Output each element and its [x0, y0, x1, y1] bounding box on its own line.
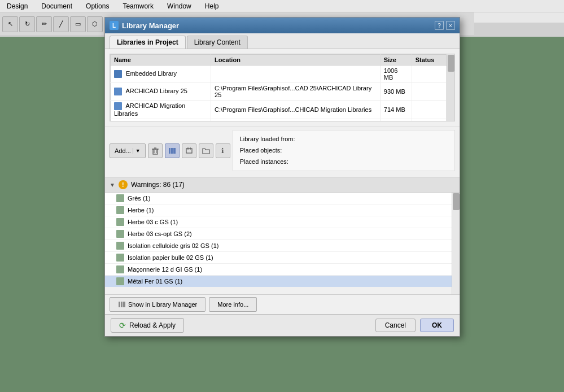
- warn-item-icon: [116, 277, 124, 285]
- tab-libraries-in-project[interactable]: Libraries in Project: [110, 36, 186, 49]
- tool-rect[interactable]: ▭: [70, 16, 86, 32]
- table-row[interactable]: ARCHICAD Migration Libraries C:\Program …: [111, 101, 447, 119]
- svg-rect-7: [173, 148, 176, 154]
- footer-right-buttons: Cancel OK: [375, 319, 454, 332]
- lib-status: [412, 83, 446, 101]
- warn-item-text: Isolation celluloide gris 02 GS (1): [128, 242, 218, 249]
- menu-design[interactable]: Design: [5, 1, 30, 11]
- reload-apply-button[interactable]: ⟳ Reload & Apply: [111, 318, 184, 333]
- dialog-title-text: Library Manager: [122, 21, 179, 30]
- svg-rect-0: [153, 149, 158, 154]
- list-item[interactable]: Grès (1): [105, 193, 460, 204]
- tool-pen[interactable]: ✏: [36, 16, 52, 32]
- tabs-bar: Libraries in Project Library Content: [105, 33, 460, 49]
- lib-status: [412, 66, 446, 83]
- cancel-button[interactable]: Cancel: [375, 319, 416, 332]
- warning-icon: !: [119, 180, 128, 189]
- lib-size: 1006 MB: [380, 66, 412, 83]
- dialog-close-button[interactable]: ×: [446, 21, 455, 30]
- menu-window[interactable]: Window: [165, 1, 194, 11]
- warnings-list: Grès (1) Herbe (1) Herbe 03 c GS (1) Her…: [105, 193, 460, 294]
- lib-location: [211, 66, 381, 83]
- list-item[interactable]: Isolation papier bulle 02 GS (1): [105, 252, 460, 264]
- menu-teamwork[interactable]: Teamwork: [120, 1, 156, 11]
- libraries-table: Name Location Size Status Embedded Libra…: [110, 54, 447, 121]
- library-loaded-from-label: Library loaded from:: [240, 134, 448, 145]
- tool-rotate[interactable]: ↻: [19, 16, 35, 32]
- more-info-button[interactable]: More info...: [209, 297, 257, 312]
- svg-rect-8: [186, 149, 192, 153]
- scrollbar-thumb[interactable]: [448, 55, 454, 72]
- list-item[interactable]: Herbe 03 c GS (1): [105, 216, 460, 228]
- lib-help-button[interactable]: ℹ: [216, 143, 230, 158]
- library-icon: [168, 147, 176, 155]
- lib-name: Embedded Library: [111, 66, 211, 83]
- delete-library-button[interactable]: [148, 143, 163, 158]
- reload-apply-label: Reload & Apply: [129, 321, 176, 329]
- warning-actions: Show in Library Manager More info...: [105, 294, 460, 314]
- tool-line[interactable]: ╱: [53, 16, 69, 32]
- warn-item-text: Herbe 03 cs-opt GS (2): [128, 230, 192, 237]
- reload-icon: ⟳: [119, 321, 126, 330]
- warn-item-icon: [116, 242, 124, 250]
- lib-status: [412, 101, 446, 119]
- lib-icon: [114, 70, 122, 78]
- help-icon: ℹ: [221, 147, 224, 155]
- tool-shape[interactable]: ⬡: [87, 16, 103, 32]
- lib-info-button-1[interactable]: [165, 143, 180, 158]
- tab-library-content[interactable]: Library Content: [187, 36, 248, 49]
- warnings-scrollbar[interactable]: [452, 193, 460, 294]
- lib-location: C:\Program Files\GRAPHISOF...9\Bibliothè…: [211, 119, 381, 121]
- lib-info-button-3[interactable]: [199, 143, 213, 158]
- warnings-scrollbar-thumb[interactable]: [453, 193, 460, 210]
- libraries-table-container: Name Location Size Status Embedded Libra…: [110, 54, 455, 121]
- lib-location: C:\Program Files\Graphisof...CAD 25\ARCH…: [211, 83, 381, 101]
- menu-options[interactable]: Options: [84, 1, 111, 11]
- table-scrollbar[interactable]: [447, 54, 454, 121]
- warn-item-icon: [116, 254, 124, 262]
- dialog-body: Libraries in Project Library Content Nam…: [105, 33, 460, 336]
- list-item[interactable]: Isolation celluloide gris 02 GS (1): [105, 240, 460, 252]
- warnings-header[interactable]: ▼ ! Warnings: 86 (17): [105, 177, 460, 193]
- warnings-label: Warnings: 86 (17): [131, 181, 185, 189]
- table-row[interactable]: Bibliothèque ArchiCAD 19 C:\Program File…: [111, 119, 447, 121]
- dialog-help-button[interactable]: ?: [435, 21, 444, 30]
- lib-info-button-2[interactable]: [182, 143, 196, 158]
- lib-status: (Missing): [412, 119, 446, 121]
- collapse-icon: ▼: [110, 182, 115, 188]
- table-row[interactable]: Embedded Library 1006 MB: [111, 66, 447, 83]
- folder-icon: [202, 147, 210, 155]
- menu-document[interactable]: Document: [39, 1, 75, 11]
- tool-arrow[interactable]: ↖: [2, 16, 18, 32]
- menu-help[interactable]: Help: [203, 1, 221, 11]
- lib-toolbar: Add... ▼: [105, 126, 460, 175]
- warn-item-icon: [116, 218, 124, 226]
- lib-name: Bibliothèque ArchiCAD 19: [111, 119, 211, 121]
- warn-item-text: Isolation papier bulle 02 GS (1): [128, 254, 213, 261]
- lib-icon: [114, 88, 122, 95]
- ok-button[interactable]: OK: [420, 319, 454, 332]
- list-item[interactable]: Herbe (1): [105, 204, 460, 216]
- library-manager-dialog: L Library Manager ? × Libraries in Proje…: [104, 17, 460, 337]
- add-button[interactable]: Add... ▼: [110, 143, 146, 158]
- show-lib-manager-label: Show in Library Manager: [128, 301, 197, 308]
- list-item[interactable]: Herbe 03 cs-opt GS (2): [105, 228, 460, 240]
- lib-icon: [114, 102, 122, 110]
- warn-item-text: Herbe 03 c GS (1): [128, 219, 178, 225]
- list-item[interactable]: Maçonnerie 12 d GI GS (1): [105, 264, 460, 276]
- col-header-location: Location: [211, 55, 381, 66]
- dialog-title-icon: L: [110, 21, 119, 30]
- warn-item-text: Grès (1): [128, 195, 150, 202]
- placed-instances-label: Placed instances:: [240, 156, 448, 168]
- col-header-name: Name: [111, 55, 211, 66]
- svg-rect-12: [121, 302, 123, 307]
- show-in-library-manager-button[interactable]: Show in Library Manager: [110, 297, 206, 312]
- trash-icon: [151, 147, 159, 155]
- lib-name: ARCHICAD Library 25: [111, 83, 211, 101]
- col-header-status: Status: [412, 55, 446, 66]
- list-item[interactable]: Métal Fer 01 GS (1): [105, 276, 460, 288]
- libraries-table-inner: Name Location Size Status Embedded Libra…: [110, 54, 447, 121]
- table-row[interactable]: ARCHICAD Library 25 C:\Program Files\Gra…: [111, 83, 447, 101]
- show-lib-icon: [118, 300, 126, 308]
- lib-name: ARCHICAD Migration Libraries: [111, 101, 211, 119]
